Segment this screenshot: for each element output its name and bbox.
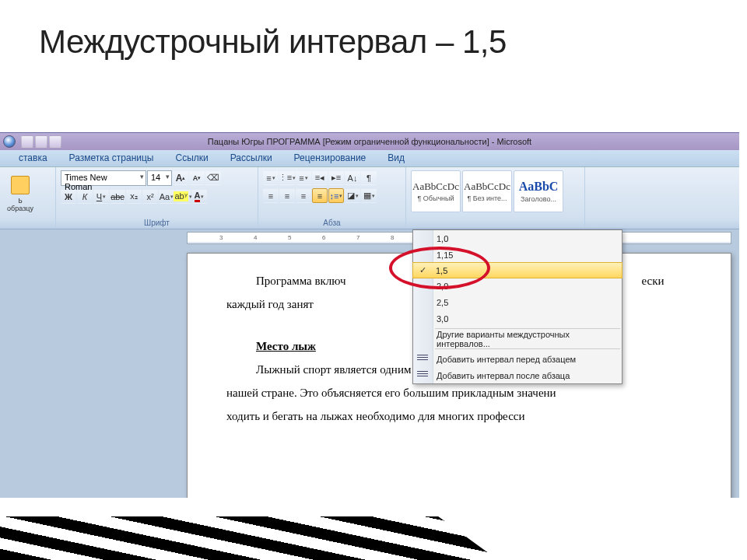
borders-icon: ▦ — [363, 191, 371, 201]
style-no-spacing[interactable]: AaBbCcDc ¶ Без инте... — [462, 170, 512, 212]
align-justify-icon: ≡ — [317, 191, 322, 201]
line-spacing-icon: ↕≡ — [330, 191, 339, 201]
clear-format-button[interactable]: ⌫ — [205, 170, 221, 185]
show-marks-button[interactable]: ¶ — [361, 170, 377, 185]
ls-option-1-0[interactable]: 1,0 — [413, 230, 622, 247]
numbering-icon: ⋮≡ — [279, 173, 292, 183]
strike-button[interactable]: abc — [110, 189, 125, 204]
font-size-combo[interactable]: 14 — [147, 170, 172, 186]
align-right-icon: ≡ — [301, 191, 306, 201]
doc-paragraph-2b: нашей стране. Это объясняется его больши… — [226, 381, 692, 404]
space-after-icon — [417, 371, 428, 380]
pilcrow-icon: ¶ — [366, 173, 371, 183]
align-left-button[interactable]: ≡ — [263, 188, 279, 203]
slide-title: Междустрочный интервал – 1,5 — [0, 0, 747, 68]
highlight-button[interactable]: abʸ — [175, 189, 191, 204]
multilevel-icon: ≡ — [299, 173, 303, 183]
font-name-combo[interactable]: Times New Roman — [61, 170, 146, 186]
style-heading1[interactable]: AaBbC Заголово... — [514, 170, 563, 212]
group-clipboard: ь образцу — [0, 167, 56, 229]
line-spacing-menu: 1,01,15✓1,52,02,53,0 Другие варианты меж… — [412, 229, 622, 384]
ruler-area: 34567891011121314 — [0, 229, 739, 247]
sort-button[interactable]: A↓ — [345, 170, 360, 185]
line-spacing-button[interactable]: ↕≡ — [328, 188, 344, 203]
ls-option-3-0[interactable]: 3,0 — [413, 310, 622, 327]
ls-option-2-5[interactable]: 2,5 — [413, 294, 622, 310]
outdent-icon: ≡◂ — [315, 173, 324, 183]
tab-view[interactable]: Вид — [377, 149, 416, 166]
ls-add-before[interactable]: Добавить интервал перед абзацем — [413, 351, 622, 367]
group-styles: AaBbCcDc ¶ Обычный AaBbCcDc ¶ Без инте..… — [406, 167, 585, 229]
document-area: Программа включески каждый год занят Мес… — [0, 247, 739, 498]
eraser-icon: ⌫ — [207, 173, 219, 183]
ribbon-tabs: ставка Разметка страницы Ссылки Рассылки… — [0, 150, 739, 167]
multilevel-button[interactable]: ≡ — [296, 170, 311, 185]
group-font: Times New Roman 14 A▴ A▾ ⌫ Ж К Ч abc x₂ … — [56, 167, 258, 229]
qat-undo-icon[interactable] — [35, 135, 47, 148]
borders-button[interactable]: ▦ — [361, 188, 377, 203]
tab-page-layout[interactable]: Разметка страницы — [58, 149, 165, 166]
change-case-button[interactable]: Aa — [159, 189, 174, 204]
tab-mailings[interactable]: Рассылки — [219, 149, 283, 166]
underline-button[interactable]: Ч — [93, 189, 109, 204]
indent-icon: ▸≡ — [331, 173, 341, 183]
indent-dec-button[interactable]: ≡◂ — [312, 170, 328, 185]
paste-button[interactable]: ь образцу — [5, 170, 36, 217]
indent-inc-button[interactable]: ▸≡ — [328, 170, 344, 185]
paste-label: ь — [18, 196, 22, 205]
sort-icon: A↓ — [348, 173, 358, 183]
align-right-button[interactable]: ≡ — [296, 188, 311, 203]
format-painter-label: образцу — [7, 205, 33, 212]
word-window: Пацаны Югры ПРОГРАММА [Режим ограниченно… — [0, 132, 739, 498]
align-justify-button[interactable]: ≡ — [312, 188, 328, 203]
font-group-label: Шрифт — [56, 219, 258, 227]
subscript-button[interactable]: x₂ — [126, 189, 142, 204]
ls-option-2-0[interactable]: 2,0 — [413, 278, 622, 294]
slide-decoration-stripes — [0, 516, 498, 560]
bucket-icon: ◪ — [347, 191, 355, 201]
superscript-button[interactable]: x² — [142, 189, 158, 204]
tab-review[interactable]: Рецензирование — [283, 149, 377, 166]
ribbon: ь образцу Times New Roman 14 A▴ A▾ ⌫ Ж К… — [0, 167, 739, 229]
group-paragraph: ≡ ⋮≡ ≡ ≡◂ ▸≡ A↓ ¶ ≡ ≡ ≡ ≡ ↕≡ ◪ ▦ — [258, 167, 406, 229]
ls-option-1-5[interactable]: ✓1,5 — [412, 262, 622, 278]
numbering-button[interactable]: ⋮≡ — [279, 170, 295, 185]
ls-option-1-15[interactable]: 1,15 — [413, 247, 622, 263]
paste-icon — [11, 176, 30, 194]
word-title-bar: Пацаны Югры ПРОГРАММА [Режим ограниченно… — [0, 133, 739, 150]
tab-insert[interactable]: ставка — [8, 149, 58, 166]
doc-paragraph-2c: ходить и бегать на лыжах необходимо для … — [226, 404, 692, 428]
qat-save-icon[interactable] — [21, 135, 33, 148]
font-color-button[interactable]: A — [191, 189, 207, 204]
align-center-button[interactable]: ≡ — [279, 188, 295, 203]
office-orb-icon[interactable] — [3, 135, 16, 148]
grow-font-button[interactable]: A▴ — [173, 170, 188, 185]
space-before-icon — [417, 355, 428, 363]
ls-other-options[interactable]: Другие варианты междустрочных интервалов… — [413, 331, 622, 347]
check-icon: ✓ — [419, 265, 426, 275]
paragraph-group-label: Абза — [258, 219, 405, 227]
align-center-icon: ≡ — [285, 191, 289, 201]
tab-references[interactable]: Ссылки — [164, 149, 219, 166]
qat-redo-icon[interactable] — [49, 135, 61, 148]
shading-button[interactable]: ◪ — [345, 188, 360, 203]
bullets-icon: ≡ — [266, 173, 271, 183]
bullets-button[interactable]: ≡ — [263, 170, 279, 185]
shrink-font-button[interactable]: A▾ — [189, 170, 205, 185]
window-title: Пацаны Югры ПРОГРАММА [Режим ограниченно… — [208, 137, 531, 146]
align-left-icon: ≡ — [268, 191, 273, 201]
style-normal[interactable]: AaBbCcDc ¶ Обычный — [411, 170, 461, 212]
ls-add-after[interactable]: Добавить интервал после абзаца — [413, 367, 622, 383]
